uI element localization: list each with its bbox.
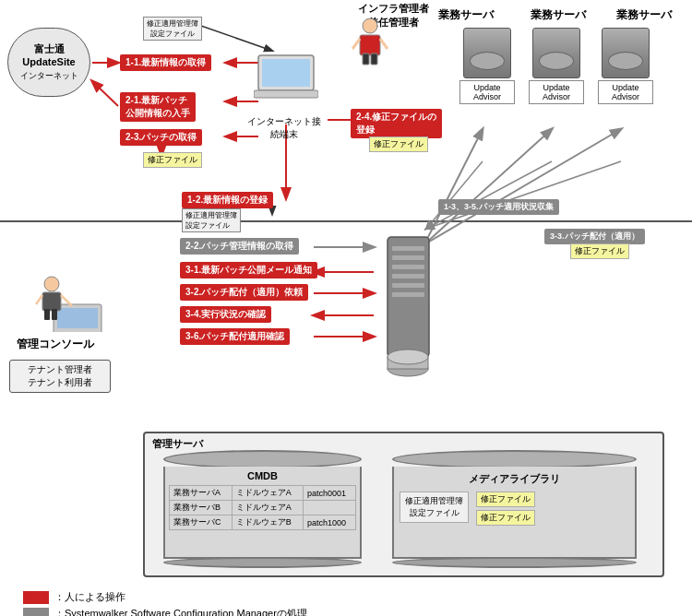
main-server-icon	[383, 232, 434, 380]
doc-correction-file-1: 修正ファイル	[143, 152, 202, 168]
legend-red-label: ：人による操作	[54, 590, 125, 604]
legend-red: ：人による操作	[23, 590, 125, 604]
legend-gray-label: ：Systemwalker Software Configuration Man…	[54, 607, 307, 616]
doc-correction-file-3: 修正ファイル	[570, 243, 629, 259]
cmdb-cell	[303, 501, 355, 515]
table-row: 業務サーバB ミドルウェアA	[170, 501, 356, 515]
cloud-title-line2: UpdateSite	[22, 56, 75, 67]
tenant-admin-label: テナント管理者	[16, 363, 104, 376]
step-1-2-label: 1-2.最新情報の登録	[182, 192, 273, 208]
svg-line-20	[201, 26, 272, 51]
svg-rect-25	[371, 53, 377, 65]
cloud-title-line1: 富士通	[34, 42, 65, 56]
media-lib-cylinder-top	[392, 450, 637, 468]
media-lib-item-1: 修正適用管理簿設定ファイル	[400, 492, 469, 523]
mgmt-server-box: 管理サーバ CMDB 業務サーバA ミドルウェアA patch0001 業務サー…	[143, 432, 664, 577]
svg-rect-45	[42, 292, 61, 311]
svg-rect-33	[392, 255, 424, 260]
table-row: 業務サーバA ミドルウェアA patch0001	[170, 486, 356, 501]
svg-line-10	[426, 161, 621, 229]
step-3-1-label: 3-1.最新パッチ公開メール通知	[180, 262, 317, 278]
cmdb-cell: 業務サーバA	[170, 486, 233, 501]
cmdb-cell: 業務サーバC	[170, 515, 233, 530]
svg-rect-23	[360, 35, 380, 55]
step-3-2-label: 3-2.パッチ配付（適用）依頼	[180, 284, 308, 301]
doc-mgmt-file-2: 修正適用管理簿設定ファイル	[182, 208, 241, 232]
update-advisor-label-3: UpdateAdvisor	[598, 80, 653, 104]
svg-line-5	[424, 129, 483, 244]
cmdb-cell: patch1000	[303, 515, 355, 530]
svg-line-6	[424, 129, 552, 244]
update-advisor-box-1: UpdateAdvisor	[459, 80, 515, 104]
server-shape-2	[532, 28, 580, 78]
svg-line-7	[424, 129, 621, 244]
server-shape-3	[602, 28, 650, 78]
cmdb-cell: patch0001	[303, 486, 355, 501]
svg-line-2	[92, 81, 118, 106]
step-2-1-label: 2-1.最新パッチ 公開情報の入手	[120, 92, 196, 122]
svg-rect-37	[392, 292, 424, 297]
svg-line-26	[352, 39, 360, 49]
cmdb-cell: ミドルウェアB	[232, 515, 303, 530]
media-lib-title: メディアライブラリ	[400, 472, 629, 486]
section-business-server-2: 業務サーバ	[531, 7, 586, 23]
cmdb-cell: ミドルウェアA	[232, 501, 303, 515]
update-advisor-box-2: UpdateAdvisor	[529, 80, 584, 104]
svg-rect-36	[392, 283, 424, 288]
media-lib-cylinder-bottom	[392, 557, 637, 568]
server-shape-1	[463, 28, 511, 78]
step-1-1-label: 1-1.最新情報の取得	[120, 54, 211, 71]
cmdb-title: CMDB	[169, 470, 356, 481]
cmdb-cylinder-bottom	[163, 557, 362, 568]
table-row: 業務サーバC ミドルウェアB patch1000	[170, 515, 356, 530]
media-lib-files: 修正ファイル 修正ファイル	[476, 492, 535, 526]
server-2: UpdateAdvisor	[529, 28, 584, 104]
svg-line-48	[36, 295, 42, 304]
server-1: UpdateAdvisor	[459, 28, 515, 104]
svg-rect-30	[254, 90, 318, 98]
cmdb-cylinder-body: CMDB 業務サーバA ミドルウェアA patch0001 業務サーバB ミドル…	[163, 467, 362, 559]
mgmt-console-person	[35, 267, 104, 334]
svg-rect-24	[363, 53, 369, 65]
step-2-4-label: 2-4.修正ファイルの 登録	[351, 109, 442, 138]
svg-line-9	[426, 161, 552, 229]
section-business-server-1: 業務サーバ	[438, 7, 494, 23]
svg-point-40	[388, 349, 428, 364]
mgmt-server-label: 管理サーバ	[152, 437, 203, 451]
svg-rect-35	[392, 274, 424, 278]
doc-mgmt-file-top: 修正適用管理簿設定ファイル	[143, 17, 202, 41]
step-1-3-3-5-label: 1-3、3-5.パッチ適用状況収集	[438, 199, 559, 215]
cmdb-cell: ミドルウェアA	[232, 486, 303, 501]
doc-correction-file-2: 修正ファイル	[369, 136, 428, 152]
svg-line-27	[380, 39, 388, 49]
update-advisor-box-3: UpdateAdvisor	[598, 80, 653, 104]
media-library-section: メディアライブラリ 修正適用管理簿設定ファイル 修正ファイル 修正ファイル	[392, 450, 637, 568]
media-lib-cylinder-body: メディアライブラリ 修正適用管理簿設定ファイル 修正ファイル 修正ファイル	[392, 467, 637, 559]
legend-gray-box	[23, 608, 49, 617]
svg-rect-29	[262, 59, 310, 87]
svg-line-8	[426, 161, 483, 229]
update-advisor-label-2: UpdateAdvisor	[529, 80, 584, 104]
mgmt-console-label: 管理コンソール	[17, 337, 94, 352]
cmdb-cell: 業務サーバB	[170, 501, 233, 515]
diagram-container: 富士通 UpdateSite インターネット 業務サーバ 業務サーバ 業務サーバ…	[0, 0, 692, 616]
tenant-user-label: テナント利用者	[16, 376, 104, 389]
infra-admin-line1: インフラ管理者	[358, 3, 429, 14]
media-lib-file-1: 修正ファイル	[476, 492, 535, 507]
legend-gray: ：Systemwalker Software Configuration Man…	[23, 607, 307, 616]
section-business-server-3: 業務サーバ	[616, 7, 672, 23]
svg-point-22	[363, 18, 377, 33]
legend-red-box	[23, 591, 49, 604]
cloud-fujitsu: 富士通 UpdateSite インターネット	[7, 28, 90, 97]
svg-point-44	[44, 277, 59, 291]
cmdb-section: CMDB 業務サーバA ミドルウェアA patch0001 業務サーバB ミドル…	[163, 450, 362, 568]
step-3-4-label: 3-4.実行状況の確認	[180, 306, 271, 323]
internet-terminal-icon	[254, 51, 318, 103]
svg-rect-46	[44, 309, 50, 320]
cloud-subtitle: インターネット	[20, 70, 78, 82]
infra-admin-person	[351, 17, 389, 69]
media-lib-items: 修正適用管理簿設定ファイル 修正ファイル 修正ファイル	[400, 492, 629, 526]
svg-rect-32	[392, 246, 424, 251]
internet-terminal-label: インターネット接続端末	[247, 115, 321, 141]
step-2-3-label: 2-3.パッチの取得	[120, 129, 202, 146]
